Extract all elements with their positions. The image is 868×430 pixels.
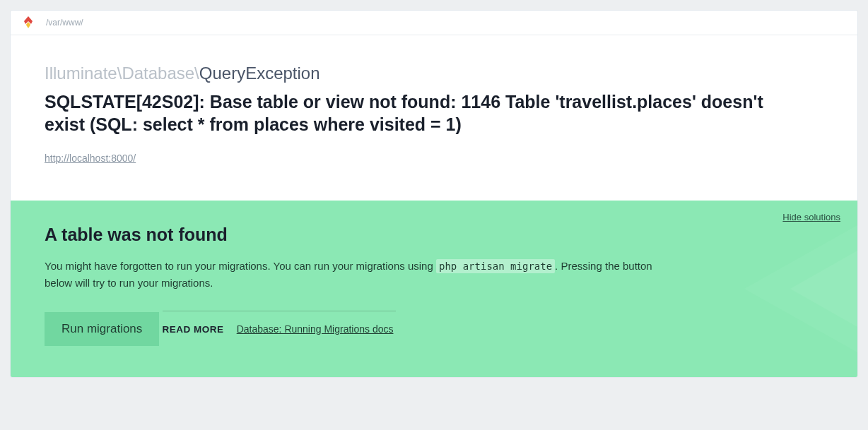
breadcrumb: /var/www/: [46, 18, 83, 28]
run-migrations-button[interactable]: Run migrations: [45, 312, 159, 346]
solution-inline-code: php artisan migrate: [436, 259, 555, 273]
hide-solutions-link[interactable]: Hide solutions: [782, 212, 840, 222]
readmore-label: READ MORE: [163, 324, 224, 335]
ignition-logo-icon: [23, 16, 33, 29]
readmore-link[interactable]: Database: Running Migrations docs: [237, 323, 394, 335]
solution-text-before: You might have forgotten to run your mig…: [45, 260, 436, 272]
exception-heading: Illuminate\Database\QueryException: [45, 64, 823, 83]
error-card: /var/www/ Illuminate\Database\QueryExcep…: [10, 10, 858, 378]
exception-section: Illuminate\Database\QueryException SQLST…: [11, 35, 857, 201]
solution-text: You might have forgotten to run your mig…: [45, 258, 681, 291]
svg-marker-1: [790, 251, 857, 327]
exception-class: QueryException: [199, 64, 320, 83]
exception-namespace: Illuminate\Database\: [45, 64, 199, 83]
request-url-link[interactable]: http://localhost:8000/: [45, 153, 136, 164]
page-container: /var/www/ Illuminate\Database\QueryExcep…: [0, 0, 868, 388]
error-message: SQLSTATE[42S02]: Base table or view not …: [45, 90, 787, 136]
solution-title: A table was not found: [45, 225, 823, 245]
header-bar: /var/www/: [11, 11, 857, 35]
readmore-block: READ MORE Database: Running Migrations d…: [163, 311, 396, 335]
solution-panel: Hide solutions A table was not found You…: [11, 201, 857, 377]
